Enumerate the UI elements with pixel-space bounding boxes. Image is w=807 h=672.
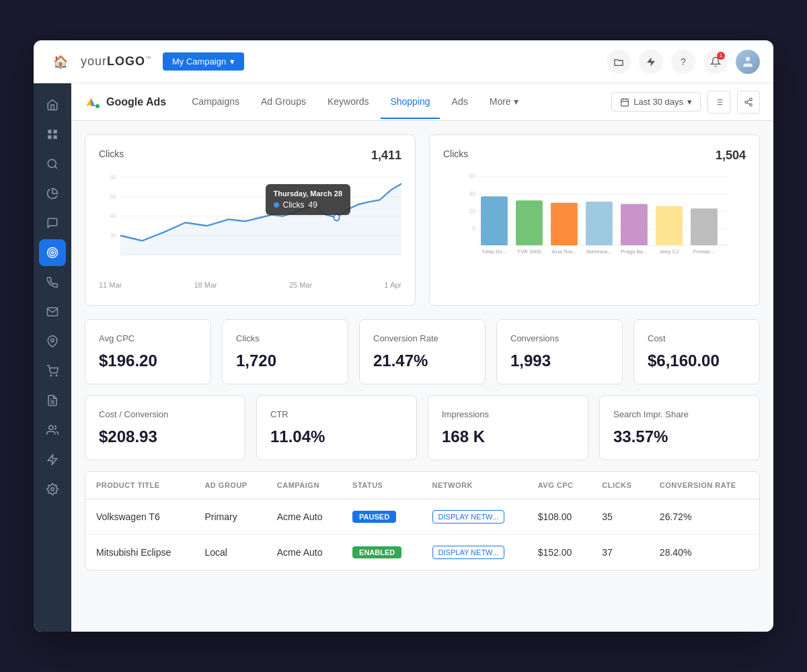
metric-cpc-label: Cost / Conversion bbox=[99, 409, 231, 419]
svg-rect-3 bbox=[48, 136, 51, 139]
svg-rect-4 bbox=[54, 136, 57, 139]
svg-text:0: 0 bbox=[472, 225, 475, 232]
sidebar-item-cart[interactable] bbox=[39, 358, 66, 384]
cell-product-title-1: Volkswagen T6 bbox=[85, 499, 194, 535]
date-filter-button[interactable]: Last 30 days ▾ bbox=[611, 92, 701, 112]
sidebar-item-search[interactable] bbox=[39, 151, 66, 177]
x-label-2: 18 Mar bbox=[194, 281, 217, 289]
metric-cost-label: Cost bbox=[648, 333, 746, 343]
sidebar-item-location[interactable] bbox=[39, 328, 66, 355]
campaign-button[interactable]: My Campaign ▾ bbox=[163, 52, 244, 71]
app-frame: 🏠 yourLOGO™ My Campaign ▾ ? 1 bbox=[34, 40, 773, 632]
sidebar-item-home[interactable] bbox=[39, 91, 66, 118]
tab-ad-groups[interactable]: Ad Groups bbox=[252, 85, 315, 119]
svg-point-8 bbox=[50, 250, 56, 256]
sidebar-item-phone[interactable] bbox=[39, 269, 66, 296]
cell-clicks-2: 37 bbox=[591, 535, 649, 571]
line-chart-value: 1,411 bbox=[371, 149, 401, 163]
svg-point-9 bbox=[52, 252, 54, 254]
bolt-button[interactable] bbox=[639, 50, 663, 74]
share-button[interactable] bbox=[737, 91, 760, 114]
sub-nav-actions: Last 30 days ▾ bbox=[611, 91, 760, 114]
svg-point-0 bbox=[746, 56, 751, 61]
cell-network-1: DISPLAY NETW... bbox=[422, 499, 527, 535]
svg-point-11 bbox=[50, 375, 52, 376]
header-icons: ? 1 bbox=[607, 50, 760, 74]
tab-shopping[interactable]: Shopping bbox=[381, 85, 439, 119]
metric-conv-rate-label: Conversion Rate bbox=[373, 333, 471, 343]
svg-point-10 bbox=[51, 339, 54, 342]
cell-campaign-2: Acme Auto bbox=[266, 535, 342, 571]
svg-text:30: 30 bbox=[110, 232, 116, 239]
svg-rect-58 bbox=[656, 206, 683, 245]
help-button[interactable]: ? bbox=[671, 50, 695, 74]
svg-rect-56 bbox=[586, 202, 613, 245]
home-icon[interactable]: 🏠 bbox=[53, 54, 68, 69]
tab-campaigns[interactable]: Campaigns bbox=[182, 85, 249, 119]
notifications-button[interactable]: 1 bbox=[703, 50, 728, 74]
cell-status-1: PAUSED bbox=[342, 499, 422, 535]
tab-ads[interactable]: Ads bbox=[443, 85, 477, 119]
sidebar-item-target[interactable] bbox=[39, 239, 66, 266]
table-row: Mitsubishi Eclipse Local Acme Auto ENABL… bbox=[85, 535, 759, 571]
tab-keywords[interactable]: Keywords bbox=[318, 85, 378, 119]
metric-conv-rate-value: 21.47% bbox=[373, 351, 471, 370]
home-icon-wrap: 🏠 bbox=[47, 40, 74, 83]
svg-text:Praga Ba...: Praga Ba... bbox=[621, 249, 647, 255]
svg-rect-2 bbox=[54, 130, 57, 133]
google-ads-icon bbox=[85, 94, 101, 110]
cell-clicks-1: 35 bbox=[591, 499, 649, 535]
sidebar-item-users[interactable] bbox=[39, 417, 66, 444]
line-chart-card: Clicks 1,411 bbox=[85, 134, 416, 306]
metric-ctr: CTR 11.04% bbox=[256, 395, 417, 460]
svg-text:40: 40 bbox=[469, 190, 476, 197]
data-table-card: Product Title Ad Group Campaign Status N… bbox=[85, 471, 760, 571]
google-ads-label: Google Ads bbox=[106, 96, 166, 108]
date-filter-label: Last 30 days bbox=[633, 97, 683, 107]
sidebar-item-chat[interactable] bbox=[39, 210, 66, 237]
line-chart-area: 60 50 40 30 bbox=[99, 171, 401, 278]
svg-point-29 bbox=[750, 98, 753, 101]
line-chart-title: Clicks bbox=[99, 149, 124, 159]
folder-button[interactable] bbox=[607, 50, 631, 74]
metric-cost-value: $6,160.00 bbox=[648, 351, 746, 370]
svg-rect-57 bbox=[621, 204, 648, 245]
status-badge-1: PAUSED bbox=[352, 511, 396, 523]
metric-search-impr: Search Impr. Share 33.57% bbox=[599, 395, 760, 460]
svg-text:Jeep CJ: Jeep CJ bbox=[660, 249, 679, 255]
line-chart-header: Clicks 1,411 bbox=[99, 149, 401, 163]
svg-point-12 bbox=[56, 375, 57, 376]
metric-si-label: Search Impr. Share bbox=[613, 409, 746, 419]
metric-avg-cpc-value: $196.20 bbox=[99, 351, 197, 370]
sidebar-item-analytics[interactable] bbox=[39, 180, 66, 207]
bar-chart-area: 60 40 20 0 bbox=[443, 171, 746, 278]
metric-avg-cpc: Avg CPC $196.20 bbox=[85, 319, 211, 384]
view-columns-button[interactable] bbox=[707, 91, 730, 114]
svg-point-17 bbox=[51, 488, 54, 491]
logo-text: yourLOGO™ bbox=[81, 54, 152, 69]
sidebar-item-mail[interactable] bbox=[39, 298, 66, 325]
svg-text:Tofas Do...: Tofas Do... bbox=[482, 249, 506, 255]
col-clicks: Clicks bbox=[591, 472, 649, 499]
content-area: Google Ads Campaigns Ad Groups Keywords … bbox=[71, 83, 773, 632]
logo-area: yourLOGO™ My Campaign ▾ bbox=[81, 52, 607, 71]
sidebar-item-integrations[interactable] bbox=[39, 446, 66, 473]
status-badge-2: ENABLED bbox=[352, 546, 401, 558]
sub-nav: Google Ads Campaigns Ad Groups Keywords … bbox=[71, 83, 773, 121]
svg-point-30 bbox=[745, 101, 748, 103]
sidebar-item-report[interactable] bbox=[39, 387, 66, 414]
sidebar-item-settings[interactable] bbox=[39, 476, 66, 503]
svg-point-31 bbox=[750, 103, 753, 106]
svg-rect-59 bbox=[691, 208, 718, 245]
user-avatar[interactable] bbox=[736, 50, 760, 74]
sidebar bbox=[34, 83, 71, 632]
table-row: Volkswagen T6 Primary Acme Auto PAUSED D… bbox=[85, 499, 759, 535]
tab-more[interactable]: More ▾ bbox=[480, 85, 528, 119]
svg-point-18 bbox=[95, 104, 100, 108]
date-filter-chevron: ▾ bbox=[687, 97, 692, 107]
svg-rect-54 bbox=[516, 200, 543, 245]
dashboard: Clicks 1,411 bbox=[71, 121, 773, 632]
sidebar-item-dashboard[interactable] bbox=[39, 121, 66, 148]
charts-row: Clicks 1,411 bbox=[85, 134, 760, 306]
svg-point-15 bbox=[49, 425, 53, 429]
